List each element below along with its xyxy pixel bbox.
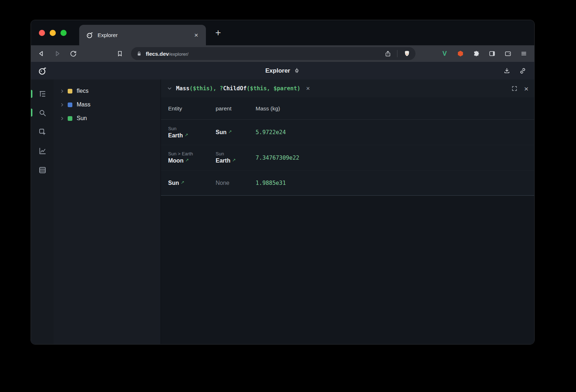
page-body: flecs Mass Sun — [31, 79, 534, 344]
chevron-right-icon[interactable] — [60, 102, 64, 107]
table-row: Sun↗ None 1.9885e31 — [161, 170, 534, 195]
tree-item-mass[interactable]: Mass — [54, 98, 161, 111]
sidebar-toggle-icon[interactable] — [485, 47, 499, 60]
tree-item-label: Mass — [77, 101, 90, 108]
close-panel-button[interactable]: × — [524, 85, 528, 92]
fullscreen-icon[interactable] — [511, 85, 518, 92]
entity-cell: Sun > Earth Moon↗ — [168, 151, 216, 164]
entity-cell: Sun↗ — [168, 179, 216, 187]
forward-button[interactable] — [50, 47, 64, 60]
flecs-favicon-icon — [86, 31, 93, 39]
tab-close-button[interactable]: × — [192, 31, 201, 40]
external-link-icon[interactable]: ↗ — [185, 133, 188, 137]
clear-query-button[interactable]: × — [306, 85, 310, 92]
app-header: Explorer — [31, 62, 534, 79]
address-bar[interactable]: flecs.dev/explorer/ — [131, 47, 415, 60]
entity-link[interactable]: Sun — [168, 179, 179, 187]
chevron-down-icon[interactable] — [167, 86, 172, 91]
tree-item-label: Sun — [77, 115, 87, 122]
browser-toolbar: flecs.dev/explorer/ V — [31, 45, 534, 62]
query-bar: Mass($this), ?ChildOf($this, $parent) × … — [161, 79, 534, 97]
parent-link[interactable]: Earth — [216, 157, 230, 164]
table-header-row: Entity parent Mass (kg) — [161, 97, 534, 120]
external-link-icon[interactable]: ↗ — [181, 180, 184, 184]
active-panel-indicator — [31, 109, 32, 117]
external-link-icon[interactable]: ↗ — [185, 158, 189, 162]
parent-cell: None — [216, 179, 256, 187]
url-text[interactable]: flecs.dev/explorer/ — [146, 51, 378, 57]
tree-item-sun[interactable]: Sun — [54, 111, 161, 125]
menu-hamburger-icon[interactable] — [517, 47, 531, 60]
icon-rail — [31, 79, 54, 344]
close-window-button[interactable] — [39, 30, 45, 36]
extensions-puzzle-icon[interactable] — [469, 47, 483, 60]
inspect-panel-icon[interactable] — [38, 128, 47, 136]
robot-icon — [294, 68, 300, 74]
parent-link[interactable]: Sun — [216, 129, 226, 136]
brave-shields-icon[interactable] — [401, 48, 413, 59]
download-icon[interactable] — [502, 66, 512, 76]
query-panel: Mass($this), ?ChildOf($this, $parent) × … — [161, 79, 534, 344]
entity-swatch — [68, 116, 72, 121]
flecs-explorer-page: Explorer — [31, 62, 534, 344]
link-icon[interactable] — [518, 66, 528, 76]
entity-link[interactable]: Earth — [168, 132, 183, 139]
bookmark-icon[interactable] — [113, 47, 127, 60]
active-panel-indicator — [31, 90, 32, 98]
parent-path: Sun — [216, 151, 256, 156]
table-row: Sun Earth↗ Sun↗ 5.9722e24 — [161, 120, 534, 145]
external-link-icon[interactable]: ↗ — [228, 129, 232, 134]
parent-cell: Sun↗ — [216, 129, 256, 136]
lock-icon — [136, 51, 142, 57]
tree-panel-icon[interactable] — [38, 90, 47, 98]
entity-tree-panel: flecs Mass Sun — [54, 79, 161, 344]
new-tab-button[interactable]: + — [212, 26, 225, 39]
entity-link[interactable]: Moon — [168, 157, 184, 164]
chevron-right-icon[interactable] — [60, 116, 64, 121]
chevron-right-icon[interactable] — [60, 89, 64, 94]
results-table: Entity parent Mass (kg) Sun Earth↗ Sun↗ — [161, 97, 534, 196]
browser-window: Explorer × + flecs.dev/explorer/ — [31, 20, 535, 345]
wallet-icon[interactable] — [501, 47, 515, 60]
column-header-entity: Entity — [168, 105, 216, 112]
mass-value: 1.9885e31 — [256, 180, 534, 186]
mass-value: 5.9722e24 — [256, 129, 534, 136]
query-expression[interactable]: Mass($this), ?ChildOf($this, $parent) — [176, 85, 300, 92]
tab-strip: Explorer × + — [31, 20, 534, 45]
parent-none-value: None — [216, 179, 229, 187]
query-panel-empty-area — [161, 196, 534, 344]
entity-path: Sun > Earth — [168, 151, 216, 156]
entity-cell: Sun Earth↗ — [168, 126, 216, 139]
tree-item-flecs[interactable]: flecs — [54, 84, 161, 98]
entity-swatch — [68, 102, 72, 107]
minimize-window-button[interactable] — [50, 30, 56, 36]
url-domain: flecs.dev — [146, 51, 169, 57]
column-header-mass: Mass (kg) — [256, 105, 534, 112]
flecs-logo-icon[interactable] — [37, 66, 47, 76]
table-row: Sun > Earth Moon↗ Sun Earth↗ 7.34767309e… — [161, 145, 534, 170]
tab-explorer[interactable]: Explorer × — [79, 25, 206, 45]
reload-button[interactable] — [66, 47, 80, 60]
url-path: /explorer/ — [169, 51, 188, 57]
share-button[interactable] — [382, 48, 393, 59]
query-actions: × — [511, 85, 528, 92]
parent-cell: Sun Earth↗ — [216, 151, 256, 164]
vue-devtools-extension-icon[interactable]: V — [438, 47, 451, 60]
tree-item-label: flecs — [77, 88, 89, 94]
memory-rows-icon[interactable] — [38, 166, 47, 174]
stats-chart-icon[interactable] — [38, 147, 47, 155]
query-search-icon[interactable] — [38, 109, 47, 117]
entity-path: Sun — [168, 126, 216, 131]
window-controls — [39, 30, 67, 36]
back-button[interactable] — [35, 47, 48, 60]
urlbar-divider — [397, 50, 397, 57]
tab-title: Explorer — [98, 32, 187, 38]
entity-swatch — [68, 89, 72, 94]
zoom-window-button[interactable] — [60, 30, 67, 36]
mass-value: 7.34767309e22 — [256, 155, 534, 161]
external-link-icon[interactable]: ↗ — [232, 158, 236, 162]
hexagon-extension-icon[interactable] — [454, 47, 467, 60]
header-actions — [502, 66, 528, 76]
column-header-parent: parent — [216, 105, 256, 112]
page-title: Explorer — [265, 67, 300, 74]
